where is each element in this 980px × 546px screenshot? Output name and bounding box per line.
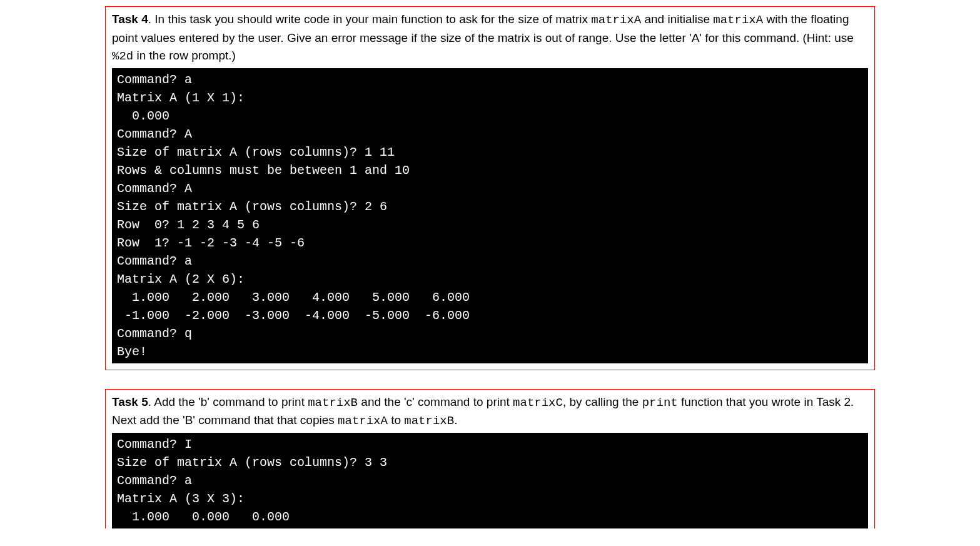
task5-code-1: matrixB <box>308 396 358 410</box>
task5-box: Task 5. Add the 'b' command to print mat… <box>105 389 875 528</box>
task5-label: Task 5 <box>112 395 148 408</box>
task4-code-1: matrixA <box>591 13 641 27</box>
task5-text-5: to <box>388 413 404 427</box>
task4-text-2: and initialise <box>641 13 713 26</box>
task5-code-5: matrixB <box>404 414 454 428</box>
task4-box: Task 4. In this task you should write co… <box>105 6 875 370</box>
task5-code-2: matrixC <box>513 396 563 410</box>
task5-terminal: Command? I Size of matrix A (rows column… <box>112 433 868 528</box>
task4-label: Task 4 <box>112 13 148 26</box>
task5-text-3: , by calling the <box>563 395 642 408</box>
task4-description: Task 4. In this task you should write co… <box>112 11 868 66</box>
task4-terminal: Command? a Matrix A (1 X 1): 0.000 Comma… <box>112 68 868 363</box>
task5-text-6: . <box>454 413 457 427</box>
task4-text-1: . In this task you should write code in … <box>148 13 592 26</box>
task5-code-4: matrixA <box>338 414 388 428</box>
task5-text-2: and the 'c' command to print <box>358 395 513 408</box>
task5-text-1: . Add the 'b' command to print <box>148 395 308 408</box>
task4-code-2: matrixA <box>713 13 763 27</box>
task4-text-4: in the row prompt.) <box>133 49 236 62</box>
document-page: Task 4. In this task you should write co… <box>0 0 980 535</box>
task5-description: Task 5. Add the 'b' command to print mat… <box>112 393 868 430</box>
task5-code-3: print <box>642 396 678 410</box>
task4-code-3: %2d <box>112 49 133 63</box>
